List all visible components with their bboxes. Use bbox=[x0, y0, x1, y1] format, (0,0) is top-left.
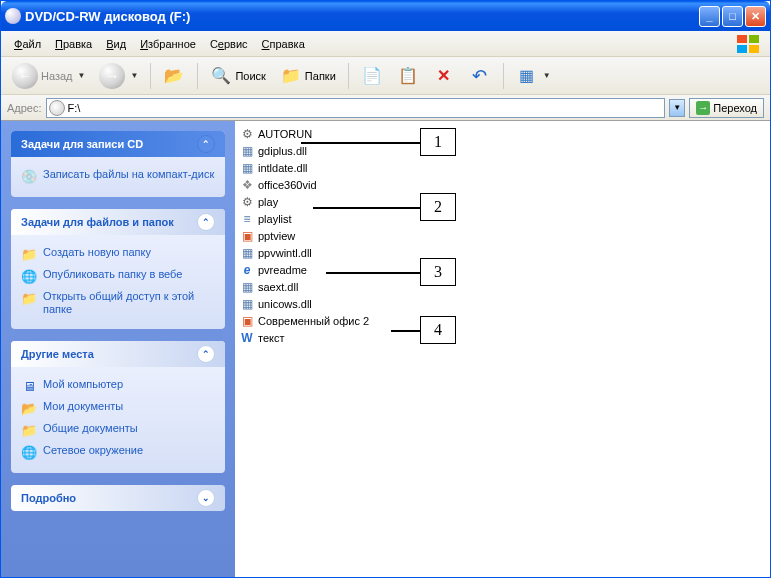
file-name: pvreadme bbox=[258, 264, 307, 276]
file-icon bbox=[239, 330, 255, 346]
file-item[interactable]: AUTORUN bbox=[237, 125, 768, 142]
network-icon bbox=[21, 444, 37, 460]
file-icon bbox=[239, 126, 255, 142]
delete-icon: ✕ bbox=[433, 65, 455, 87]
file-item[interactable]: playlist bbox=[237, 210, 768, 227]
menu-service[interactable]: Сервис bbox=[203, 35, 255, 53]
file-item[interactable]: pvreadme bbox=[237, 261, 768, 278]
places-header[interactable]: Другие места ⌃ bbox=[11, 341, 225, 367]
titlebar[interactable]: DVD/CD-RW дисковод (F:) _ □ ✕ bbox=[1, 1, 770, 31]
globe-icon bbox=[21, 268, 37, 284]
annotation-leader-line bbox=[313, 207, 420, 209]
back-label: Назад bbox=[41, 70, 73, 82]
chevron-down-icon: ▼ bbox=[543, 71, 551, 80]
file-icon bbox=[239, 143, 255, 159]
explorer-window: DVD/CD-RW дисковод (F:) _ □ ✕ Файл Правк… bbox=[0, 0, 771, 578]
folders-icon bbox=[280, 65, 302, 87]
cd-tasks-header[interactable]: Задачи для записи CD ⌃ bbox=[11, 131, 225, 157]
undo-button[interactable]: ↶ bbox=[464, 61, 496, 91]
file-item[interactable]: saext.dll bbox=[237, 278, 768, 295]
collapse-icon: ⌃ bbox=[197, 213, 215, 231]
drive-icon bbox=[5, 8, 21, 24]
go-button[interactable]: → Переход bbox=[689, 98, 764, 118]
file-item[interactable]: intldate.dll bbox=[237, 159, 768, 176]
file-list-area[interactable]: AUTORUNgdiplus.dllintldate.dlloffice360v… bbox=[235, 121, 770, 577]
file-item[interactable]: pptview bbox=[237, 227, 768, 244]
menubar: Файл Правка Вид Избранное Сервис Справка bbox=[1, 31, 770, 57]
delete-button[interactable]: ✕ bbox=[428, 61, 460, 91]
panel-title: Другие места bbox=[21, 348, 94, 360]
svg-rect-2 bbox=[737, 45, 747, 53]
details-header[interactable]: Подробно ⌄ bbox=[11, 485, 225, 511]
file-name: unicows.dll bbox=[258, 298, 312, 310]
file-icon bbox=[239, 245, 255, 261]
chevron-down-icon: ▼ bbox=[78, 71, 86, 80]
menu-file[interactable]: Файл bbox=[7, 35, 48, 53]
maximize-button[interactable]: □ bbox=[722, 6, 743, 27]
share-folder-icon bbox=[21, 290, 37, 306]
link-text: Сетевое окружение bbox=[43, 444, 143, 457]
views-button[interactable]: ▦ ▼ bbox=[511, 61, 556, 91]
up-button[interactable] bbox=[158, 61, 190, 91]
file-icon bbox=[239, 262, 255, 278]
address-input-wrap[interactable] bbox=[46, 98, 666, 118]
link-text: Мой компьютер bbox=[43, 378, 123, 391]
shared-documents-link[interactable]: Общие документы bbox=[21, 419, 215, 441]
new-folder-link[interactable]: Создать новую папку bbox=[21, 243, 215, 265]
close-button[interactable]: ✕ bbox=[745, 6, 766, 27]
menu-favorites[interactable]: Избранное bbox=[133, 35, 203, 53]
file-name: saext.dll bbox=[258, 281, 298, 293]
publish-link[interactable]: Опубликовать папку в вебе bbox=[21, 265, 215, 287]
folders-button[interactable]: Папки bbox=[275, 61, 341, 91]
file-item[interactable]: текст bbox=[237, 329, 768, 346]
share-link[interactable]: Открыть общий доступ к этой папке bbox=[21, 287, 215, 319]
file-item[interactable]: office360vid bbox=[237, 176, 768, 193]
collapse-icon: ⌃ bbox=[197, 345, 215, 363]
link-text: Записать файлы на компакт-диск bbox=[43, 168, 214, 181]
windows-flag-icon bbox=[732, 34, 764, 54]
panel-body: Записать файлы на компакт-диск bbox=[11, 157, 225, 197]
copy-to-button[interactable]: 📋 bbox=[392, 61, 424, 91]
move-to-button[interactable]: 📄 bbox=[356, 61, 388, 91]
file-icon bbox=[239, 160, 255, 176]
file-icon bbox=[239, 228, 255, 244]
file-item[interactable]: Современный офис 2 bbox=[237, 312, 768, 329]
menu-help[interactable]: Справка bbox=[255, 35, 312, 53]
file-item[interactable]: ppvwintl.dll bbox=[237, 244, 768, 261]
addressbar: Адрес: ▼ → Переход bbox=[1, 95, 770, 121]
copy-to-icon: 📋 bbox=[397, 65, 419, 87]
back-button[interactable]: ← Назад ▼ bbox=[7, 61, 90, 91]
file-icon bbox=[239, 211, 255, 227]
forward-button[interactable]: → ▼ bbox=[94, 61, 143, 91]
menu-view[interactable]: Вид bbox=[99, 35, 133, 53]
annotation-leader-line bbox=[391, 330, 420, 332]
go-arrow-icon: → bbox=[696, 101, 710, 115]
link-text: Открыть общий доступ к этой папке bbox=[43, 290, 215, 316]
expand-icon: ⌄ bbox=[197, 489, 215, 507]
file-item[interactable]: unicows.dll bbox=[237, 295, 768, 312]
address-dropdown-button[interactable]: ▼ bbox=[669, 99, 685, 117]
computer-icon bbox=[21, 378, 37, 394]
separator bbox=[503, 63, 504, 89]
panel-body: Мой компьютер Мои документы Общие докуме… bbox=[11, 367, 225, 473]
menu-edit[interactable]: Правка bbox=[48, 35, 99, 53]
search-button[interactable]: Поиск bbox=[205, 61, 270, 91]
network-link[interactable]: Сетевое окружение bbox=[21, 441, 215, 463]
window-title: DVD/CD-RW дисковод (F:) bbox=[25, 9, 699, 24]
file-name: AUTORUN bbox=[258, 128, 312, 140]
my-documents-link[interactable]: Мои документы bbox=[21, 397, 215, 419]
file-item[interactable]: gdiplus.dll bbox=[237, 142, 768, 159]
content-area: Задачи для записи CD ⌃ Записать файлы на… bbox=[1, 121, 770, 577]
drive-icon bbox=[49, 100, 65, 116]
file-icon bbox=[239, 177, 255, 193]
file-tasks-header[interactable]: Задачи для файлов и папок ⌃ bbox=[11, 209, 225, 235]
annotation-leader-line bbox=[301, 142, 420, 144]
write-cd-link[interactable]: Записать файлы на компакт-диск bbox=[21, 165, 215, 187]
up-folder-icon bbox=[163, 65, 185, 87]
address-input[interactable] bbox=[68, 102, 663, 114]
forward-arrow-icon: → bbox=[99, 63, 125, 89]
annotation-callout: 4 bbox=[420, 316, 456, 344]
my-computer-link[interactable]: Мой компьютер bbox=[21, 375, 215, 397]
file-name: office360vid bbox=[258, 179, 317, 191]
minimize-button[interactable]: _ bbox=[699, 6, 720, 27]
